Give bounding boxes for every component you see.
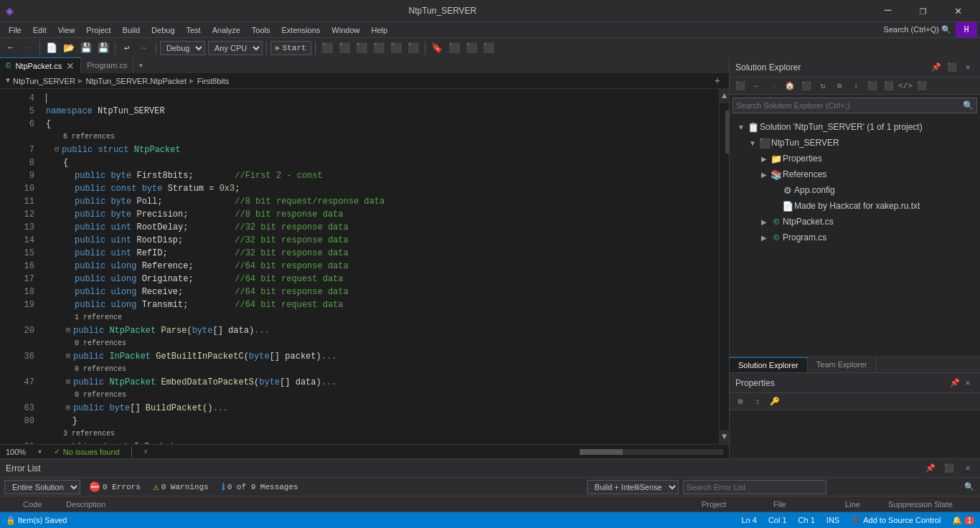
breadcrumb-member[interactable]: First8bits: [197, 77, 230, 85]
code-hint-0refs-2[interactable]: 0 references: [40, 363, 719, 376]
menu-view[interactable]: View: [52, 24, 81, 36]
error-scope-dropdown[interactable]: Entire Solution: [4, 480, 80, 494]
tab-close-ntppacket[interactable]: ✕: [66, 60, 75, 72]
toolbar-back-btn[interactable]: ←: [3, 40, 19, 56]
tree-references[interactable]: ▶ 📚 References: [730, 166, 980, 182]
fold-btn-47[interactable]: ⊞: [63, 377, 73, 387]
se-search-input[interactable]: [736, 101, 963, 110]
fold-btn-20[interactable]: ⊞: [63, 326, 73, 336]
menu-window[interactable]: Window: [326, 24, 365, 36]
toolbar-undo-btn[interactable]: ↩: [119, 40, 135, 56]
error-list-pin-btn[interactable]: 📌: [924, 462, 937, 475]
se-close-btn[interactable]: ✕: [961, 61, 974, 74]
col-file[interactable]: File: [773, 500, 845, 509]
scroll-down-btn[interactable]: ▼: [720, 430, 730, 444]
status-add-source[interactable]: ➕ Add to Source Control: [851, 516, 941, 525]
se-btn-scope[interactable]: ⬛: [914, 78, 930, 94]
col-description[interactable]: Description: [66, 500, 702, 509]
prop-pin-btn[interactable]: 📌: [948, 377, 961, 390]
error-list-nav[interactable]: ⚡: [143, 447, 149, 456]
se-btn-collapse[interactable]: ⬛: [732, 78, 748, 94]
code-hint-0refs-3[interactable]: 0 references: [40, 389, 719, 402]
ref-hint-3[interactable]: 3 references: [63, 428, 115, 440]
ref-hint-6[interactable]: 6 references: [63, 131, 115, 143]
menu-extensions[interactable]: Extensions: [276, 24, 326, 36]
se-dock-btn[interactable]: ⬛: [946, 61, 958, 74]
zoom-dropdown-icon[interactable]: ▾: [37, 447, 42, 456]
error-list-dock-btn[interactable]: ⬛: [943, 462, 956, 475]
se-btn-refresh[interactable]: ↻: [815, 78, 831, 94]
debug-config-dropdown[interactable]: Debug: [160, 41, 205, 55]
editor-scrollbar[interactable]: ▲ ▼: [719, 89, 729, 444]
toolbar-btn-f[interactable]: ⬛: [405, 40, 421, 56]
breadcrumb-project[interactable]: NtpTun_SERVER: [13, 77, 75, 85]
tab-ntppacket[interactable]: © NtpPacket.cs ✕: [0, 57, 81, 73]
fold-btn-36[interactable]: ⊞: [63, 352, 73, 362]
prop-btn-key[interactable]: 🔑: [767, 394, 783, 410]
ref-hint-0-3[interactable]: 0 references: [75, 389, 126, 402]
col-suppression[interactable]: Suppression State: [888, 500, 974, 509]
status-ln[interactable]: Ln 4: [742, 516, 757, 524]
tree-expand-program[interactable]: ▶: [758, 234, 770, 242]
status-ch[interactable]: Ch 1: [798, 516, 815, 524]
code-hint-0refs-1[interactable]: 0 references: [40, 337, 719, 350]
start-button[interactable]: ▶ Start: [270, 41, 311, 55]
menu-analyze[interactable]: Analyze: [207, 24, 246, 36]
tree-expand-project[interactable]: ▼: [747, 139, 758, 147]
menu-debug[interactable]: Debug: [146, 24, 180, 36]
col-line[interactable]: Line: [845, 500, 888, 509]
scroll-up-btn[interactable]: ▲: [720, 89, 730, 103]
toolbar-btn-b[interactable]: ⬛: [336, 40, 352, 56]
menu-build[interactable]: Build: [117, 24, 146, 36]
se-btn-filter[interactable]: ⬛: [798, 78, 814, 94]
toolbar-fwd-btn[interactable]: →: [20, 40, 36, 56]
col-project[interactable]: Project: [702, 500, 773, 509]
platform-dropdown[interactable]: Any CPU: [208, 41, 263, 55]
toolbar-btn-i[interactable]: ⬛: [481, 40, 496, 56]
breadcrumb-dropdown-icon[interactable]: ▼: [6, 77, 10, 85]
menu-edit[interactable]: Edit: [27, 24, 52, 36]
tab-program[interactable]: Program.cs: [81, 57, 133, 73]
tree-project[interactable]: ▼ ⬛ NtpTun_SERVER: [730, 135, 980, 151]
scroll-hbar[interactable]: [580, 449, 723, 455]
restore-button[interactable]: ❐: [907, 0, 939, 22]
search-bar-menu[interactable]: Search (Ctrl+Q) 🔍: [880, 25, 956, 34]
se-btn-b[interactable]: ⬛: [881, 78, 897, 94]
breadcrumb-add-btn[interactable]: +: [712, 75, 723, 87]
tree-expand-ntppacket[interactable]: ▶: [758, 218, 770, 226]
toolbar-new-btn[interactable]: 📄: [44, 40, 60, 56]
se-btn-home[interactable]: 🏠: [782, 78, 798, 94]
zoom-level[interactable]: 100%: [6, 448, 26, 456]
status-items-saved[interactable]: 🔒 Item(s) Saved: [6, 516, 67, 525]
messages-badge[interactable]: ℹ 0 of 9 Messages: [217, 481, 303, 494]
toolbar-saveall-btn[interactable]: 💾: [95, 40, 111, 56]
se-btn-sync[interactable]: ↕: [848, 78, 864, 94]
breadcrumb-class[interactable]: NtpTun_SERVER.NtpPacket: [85, 77, 187, 85]
errors-badge[interactable]: ⛔ 0 Errors: [85, 481, 145, 494]
error-list-close-btn[interactable]: ✕: [961, 462, 974, 475]
se-btn-settings[interactable]: ⚙: [831, 78, 847, 94]
toolbar-btn-c[interactable]: ⬛: [354, 40, 369, 56]
tree-appconfig[interactable]: ⚙ App.config: [730, 182, 980, 198]
se-pin-btn[interactable]: 📌: [930, 61, 943, 74]
prop-btn-sort[interactable]: ↕: [750, 394, 765, 410]
error-search-input[interactable]: [683, 480, 826, 494]
code-hint-3refs[interactable]: 3 references: [40, 428, 719, 440]
se-btn-back[interactable]: ←: [749, 78, 765, 94]
toolbar-bookmark-btn[interactable]: 🔖: [429, 40, 445, 56]
code-hint-1ref[interactable]: 1 reference: [40, 311, 719, 324]
tree-program[interactable]: ▶ © Program.cs: [730, 230, 980, 245]
tree-hackcat[interactable]: 📄 Made by Hackcat for xakep.ru.txt: [730, 198, 980, 214]
code-hint-6refs[interactable]: 6 references: [40, 131, 719, 143]
menu-tools[interactable]: Tools: [246, 24, 276, 36]
se-btn-fwd[interactable]: →: [765, 78, 781, 94]
toolbar-btn-h[interactable]: ⬛: [463, 40, 479, 56]
toolbar-btn-e[interactable]: ⬛: [388, 40, 404, 56]
tree-ntppacket[interactable]: ▶ © NtpPacket.cs: [730, 214, 980, 230]
tab-solution-explorer[interactable]: Solution Explorer: [730, 357, 808, 372]
tab-team-explorer[interactable]: Team Explorer: [808, 357, 877, 372]
menu-project[interactable]: Project: [80, 24, 116, 36]
toolbar-redo-btn[interactable]: ↪: [136, 40, 152, 56]
code-content[interactable]: namespace NtpTun_SERVER { 6 references ⊟…: [40, 89, 719, 444]
scroll-hthumb[interactable]: [580, 449, 623, 455]
